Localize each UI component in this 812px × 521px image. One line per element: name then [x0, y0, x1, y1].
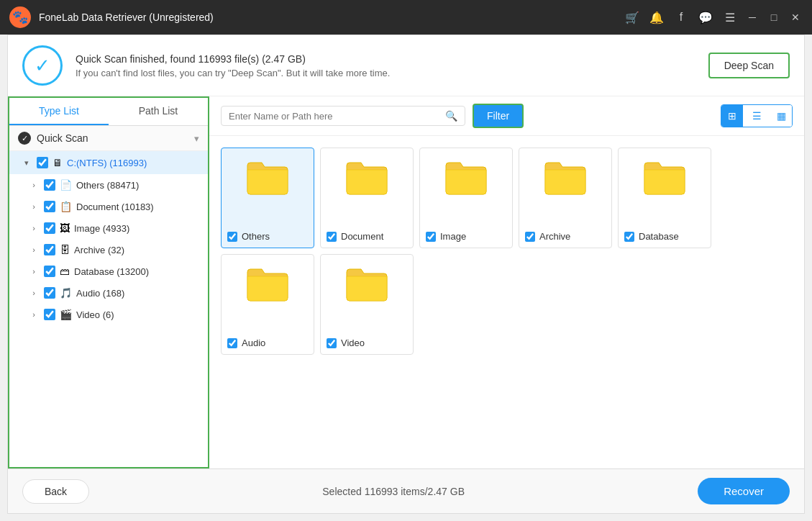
folder-image-name: Image [440, 231, 466, 242]
search-input[interactable] [229, 111, 445, 122]
svg-text:🐾: 🐾 [12, 9, 29, 25]
folder-archive-icon [544, 160, 587, 196]
facebook-icon[interactable]: f [674, 10, 688, 24]
sidebar-item-document[interactable]: › 📋 Document (10183) [9, 196, 208, 217]
folder-database[interactable]: Database [618, 148, 711, 248]
folder-audio-icon [246, 266, 289, 302]
deep-scan-link[interactable]: "Deep Scan" [228, 68, 281, 78]
detail-view-button[interactable]: ▦ [770, 105, 792, 127]
chat-icon[interactable]: 💬 [698, 10, 713, 24]
image-label: Image (4933) [74, 223, 129, 234]
folder-image[interactable]: Image [419, 148, 513, 248]
folder-database-bottom: Database [624, 231, 705, 242]
video-checkbox[interactable] [44, 309, 55, 320]
folder-image-checkbox[interactable] [426, 232, 436, 242]
search-icon: 🔍 [445, 110, 457, 122]
folder-document[interactable]: Document [320, 148, 414, 248]
folder-archive-checkbox[interactable] [525, 232, 535, 242]
database-label: Database (13200) [74, 266, 149, 277]
database-icon: 🗃 [60, 266, 70, 277]
folder-video-name: Video [341, 337, 365, 348]
sidebar-item-video[interactable]: › 🎬 Video (6) [9, 304, 208, 325]
app-body: ✓ Quick Scan finished, found 116993 file… [7, 35, 805, 514]
folder-database-icon [643, 160, 686, 196]
folder-others-checkbox[interactable] [227, 232, 237, 242]
audio-expand-icon[interactable]: › [28, 287, 40, 299]
sidebar-item-archive[interactable]: › 🗄 Archive (32) [9, 239, 208, 260]
deep-scan-button[interactable]: Deep Scan [708, 53, 790, 78]
folder-database-checkbox[interactable] [624, 232, 634, 242]
folder-video-checkbox[interactable] [327, 338, 337, 348]
selected-info: Selected 116993 items/2.47 GB [322, 486, 465, 497]
drive-expand-icon[interactable]: ▾ [21, 157, 32, 168]
others-expand-icon[interactable]: › [28, 179, 40, 191]
archive-checkbox[interactable] [44, 244, 55, 255]
folder-video[interactable]: Video [320, 254, 414, 355]
image-checkbox[interactable] [44, 222, 55, 234]
others-label: Others (88471) [76, 180, 139, 191]
app-logo: 🐾 [9, 6, 32, 29]
view-toggle: ⊞ ☰ ▦ [721, 104, 793, 127]
drive-label: C:(NTFS) (116993) [67, 158, 147, 168]
archive-label: Archive (32) [74, 245, 124, 255]
recover-button[interactable]: Recover [698, 478, 790, 504]
back-button[interactable]: Back [22, 479, 89, 504]
folder-image-bottom: Image [426, 231, 506, 242]
image-expand-icon[interactable]: › [28, 222, 40, 234]
scan-header: ✓ Quick Scan finished, found 116993 file… [8, 35, 804, 96]
cart-icon[interactable]: 🛒 [625, 10, 639, 24]
maximize-button[interactable]: □ [766, 9, 782, 25]
bell-icon[interactable]: 🔔 [649, 10, 664, 24]
app-title: FoneLab Data Retriever (Unregistered) [39, 12, 625, 23]
audio-checkbox[interactable] [44, 287, 55, 299]
folder-document-checkbox[interactable] [327, 232, 337, 242]
scan-mode-chevron: ▾ [194, 133, 199, 144]
archive-expand-icon[interactable]: › [28, 244, 40, 255]
folder-others[interactable]: Others [221, 148, 314, 248]
bottom-bar: Back Selected 116993 items/2.47 GB Recov… [8, 468, 804, 513]
drive-checkbox[interactable] [37, 157, 48, 168]
tree-children: › 📄 Others (88471) › 📋 Document (10183) … [9, 174, 208, 325]
scan-info: Quick Scan finished, found 116993 file(s… [76, 53, 790, 78]
sidebar: Type List Path List ✓ Quick Scan ▾ ▾ 🖥 C… [8, 96, 209, 468]
folder-document-icon [345, 160, 388, 196]
document-checkbox[interactable] [44, 201, 55, 212]
sidebar-item-database[interactable]: › 🗃 Database (13200) [9, 260, 208, 282]
folder-video-bottom: Video [327, 337, 407, 348]
tab-path-list[interactable]: Path List [109, 98, 208, 125]
folder-archive[interactable]: Archive [519, 148, 612, 248]
folder-others-name: Others [242, 231, 270, 242]
scan-mode-label: Quick Scan [37, 132, 194, 144]
scan-hint: If you can't find lost files, you can tr… [76, 68, 790, 78]
folder-audio-checkbox[interactable] [227, 338, 237, 348]
close-button[interactable]: ✕ [788, 9, 803, 25]
list-view-button[interactable]: ☰ [746, 105, 767, 127]
database-checkbox[interactable] [44, 266, 55, 277]
archive-icon: 🗄 [60, 244, 70, 255]
folder-document-name: Document [341, 231, 383, 242]
sidebar-item-others[interactable]: › 📄 Others (88471) [9, 174, 208, 196]
folder-archive-bottom: Archive [525, 231, 606, 242]
sidebar-tabs: Type List Path List [9, 98, 208, 126]
filter-button[interactable]: Filter [473, 104, 524, 128]
minimize-button[interactable]: ─ [744, 9, 760, 25]
menu-icon[interactable]: ☰ [723, 10, 737, 24]
folder-audio-bottom: Audio [227, 337, 308, 348]
sidebar-scroll: ▾ 🖥 C:(NTFS) (116993) › 📄 Others (88471)… [9, 151, 208, 467]
document-expand-icon[interactable]: › [28, 201, 40, 212]
video-expand-icon[interactable]: › [28, 309, 40, 320]
drive-row[interactable]: ▾ 🖥 C:(NTFS) (116993) [9, 151, 208, 174]
folder-others-bottom: Others [227, 231, 308, 242]
scan-mode-checkmark: ✓ [18, 132, 31, 145]
file-grid: Others Document [209, 136, 804, 468]
scan-mode-row[interactable]: ✓ Quick Scan ▾ [9, 126, 208, 151]
grid-view-button[interactable]: ⊞ [721, 105, 743, 127]
others-checkbox[interactable] [44, 179, 55, 191]
hint-prefix: If you can't find lost files, you can tr… [76, 68, 228, 78]
sidebar-item-image[interactable]: › 🖼 Image (4933) [9, 217, 208, 239]
database-expand-icon[interactable]: › [28, 266, 40, 277]
folder-audio[interactable]: Audio [221, 254, 314, 355]
sidebar-item-audio[interactable]: › 🎵 Audio (168) [9, 282, 208, 304]
tab-type-list[interactable]: Type List [9, 98, 109, 125]
scan-complete-icon: ✓ [22, 45, 63, 86]
